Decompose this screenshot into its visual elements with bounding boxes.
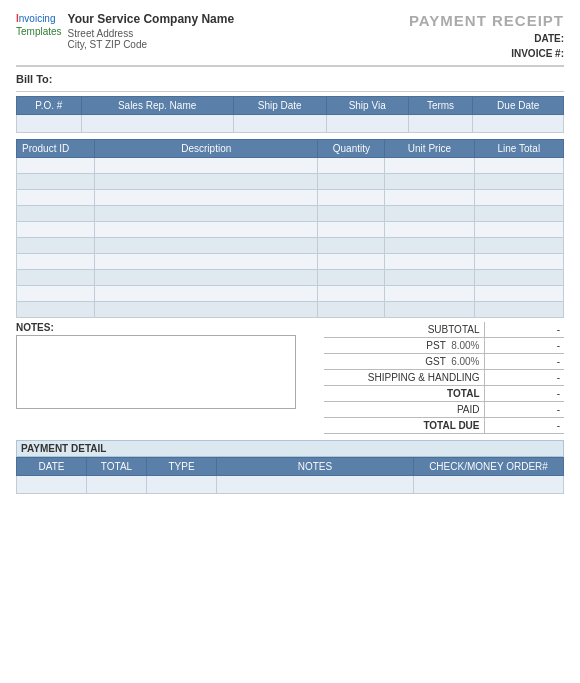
totals-table: SUBTOTAL - PST 8.00% - GST 6.00% - S <box>324 322 564 434</box>
gst-row: GST 6.00% - <box>324 354 564 370</box>
date-meta: DATE: <box>409 33 564 44</box>
notes-input[interactable] <box>16 335 296 409</box>
product-cell-1[interactable] <box>95 222 318 238</box>
product-cell-0[interactable] <box>17 302 95 318</box>
col-unit-price: Unit Price <box>385 140 474 158</box>
order-col-rep: Sales Rep. Name <box>81 97 233 115</box>
receipt-block: PAYMENT RECEIPT DATE: INVOICE #: <box>409 12 564 59</box>
order-due-val[interactable] <box>473 115 564 133</box>
col-product-id: Product ID <box>17 140 95 158</box>
product-cell-2[interactable] <box>318 158 385 174</box>
product-cell-4[interactable] <box>474 270 563 286</box>
order-data-row <box>17 115 564 133</box>
top-divider <box>16 65 564 67</box>
product-cell-4[interactable] <box>474 174 563 190</box>
product-cell-0[interactable] <box>17 222 95 238</box>
product-row <box>17 158 564 174</box>
product-cell-4[interactable] <box>474 238 563 254</box>
product-cell-4[interactable] <box>474 222 563 238</box>
invoice-label: INVOICE #: <box>511 48 564 59</box>
product-cell-3[interactable] <box>385 238 474 254</box>
paid-value: - <box>484 402 564 418</box>
pay-type-val[interactable] <box>147 476 217 494</box>
product-cell-3[interactable] <box>385 270 474 286</box>
order-table: P.O. # Sales Rep. Name Ship Date Ship Vi… <box>16 96 564 133</box>
order-terms-val[interactable] <box>408 115 473 133</box>
product-cell-3[interactable] <box>385 190 474 206</box>
pay-date-val[interactable] <box>17 476 87 494</box>
product-row <box>17 270 564 286</box>
product-row <box>17 238 564 254</box>
order-ship-via-val[interactable] <box>326 115 408 133</box>
product-cell-3[interactable] <box>385 222 474 238</box>
order-col-po: P.O. # <box>17 97 82 115</box>
product-cell-3[interactable] <box>385 302 474 318</box>
product-cell-0[interactable] <box>17 158 95 174</box>
logo: Invoicing Templates <box>16 12 62 38</box>
product-cell-2[interactable] <box>318 222 385 238</box>
product-cell-2[interactable] <box>318 190 385 206</box>
company-name: Your Service Company Name <box>68 12 235 26</box>
subtotal-row: SUBTOTAL - <box>324 322 564 338</box>
product-cell-3[interactable] <box>385 174 474 190</box>
product-cell-4[interactable] <box>474 158 563 174</box>
header: Invoicing Templates Your Service Company… <box>16 12 564 59</box>
bottom-section: NOTES: SUBTOTAL - PST 8.00% - GST 6. <box>16 322 564 434</box>
product-cell-0[interactable] <box>17 206 95 222</box>
product-cell-2[interactable] <box>318 254 385 270</box>
product-cell-3[interactable] <box>385 286 474 302</box>
product-cell-1[interactable] <box>95 270 318 286</box>
product-cell-2[interactable] <box>318 286 385 302</box>
product-cell-1[interactable] <box>95 206 318 222</box>
total-due-value: - <box>484 418 564 434</box>
order-ship-date-val[interactable] <box>233 115 326 133</box>
product-cell-1[interactable] <box>95 238 318 254</box>
pay-total-val[interactable] <box>87 476 147 494</box>
product-cell-2[interactable] <box>318 174 385 190</box>
product-table: Product ID Description Quantity Unit Pri… <box>16 139 564 318</box>
product-cell-2[interactable] <box>318 302 385 318</box>
bill-divider <box>16 91 564 92</box>
gst-label: GST 6.00% <box>324 354 484 370</box>
order-po-val[interactable] <box>17 115 82 133</box>
payment-detail-label: PAYMENT DETAIL <box>16 440 564 457</box>
bill-to-label: Bill To: <box>16 73 564 85</box>
product-cell-2[interactable] <box>318 238 385 254</box>
paid-label: PAID <box>324 402 484 418</box>
product-cell-4[interactable] <box>474 206 563 222</box>
product-cell-4[interactable] <box>474 286 563 302</box>
product-cell-1[interactable] <box>95 302 318 318</box>
product-cell-1[interactable] <box>95 174 318 190</box>
product-cell-1[interactable] <box>95 190 318 206</box>
product-cell-0[interactable] <box>17 174 95 190</box>
product-cell-4[interactable] <box>474 254 563 270</box>
product-cell-1[interactable] <box>95 254 318 270</box>
product-cell-1[interactable] <box>95 286 318 302</box>
product-cell-4[interactable] <box>474 190 563 206</box>
product-cell-3[interactable] <box>385 254 474 270</box>
col-quantity: Quantity <box>318 140 385 158</box>
product-cell-1[interactable] <box>95 158 318 174</box>
order-col-ship-date: Ship Date <box>233 97 326 115</box>
product-row <box>17 254 564 270</box>
product-cell-0[interactable] <box>17 270 95 286</box>
pay-check-val[interactable] <box>414 476 564 494</box>
address-line1: Street Address <box>68 28 235 39</box>
product-cell-2[interactable] <box>318 206 385 222</box>
pay-col-type: TYPE <box>147 458 217 476</box>
product-cell-3[interactable] <box>385 206 474 222</box>
product-cell-4[interactable] <box>474 302 563 318</box>
address-line2: City, ST ZIP Code <box>68 39 235 50</box>
product-cell-3[interactable] <box>385 158 474 174</box>
payment-header-row: DATE TOTAL TYPE NOTES CHECK/MONEY ORDER# <box>17 458 564 476</box>
product-cell-0[interactable] <box>17 254 95 270</box>
order-rep-val[interactable] <box>81 115 233 133</box>
product-cell-2[interactable] <box>318 270 385 286</box>
page: Invoicing Templates Your Service Company… <box>0 0 580 683</box>
product-cell-0[interactable] <box>17 286 95 302</box>
logo-label: Invoicing Templates <box>16 12 62 38</box>
product-cell-0[interactable] <box>17 238 95 254</box>
subtotal-value: - <box>484 322 564 338</box>
product-cell-0[interactable] <box>17 190 95 206</box>
pay-notes-val[interactable] <box>217 476 414 494</box>
